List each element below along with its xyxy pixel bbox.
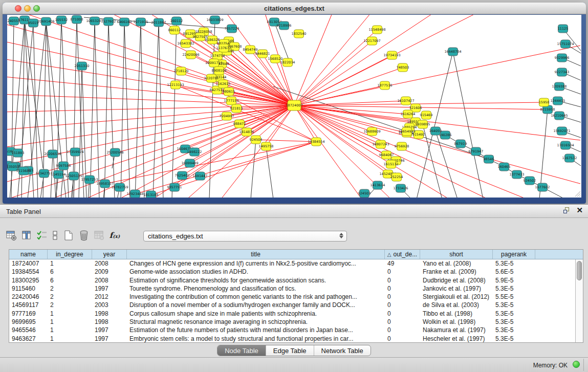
graph-node[interactable]: 105532 [55, 16, 68, 24]
graph-node[interactable]: 1495758 [259, 142, 274, 150]
float-panel-icon[interactable] [563, 207, 570, 214]
graph-node[interactable]: 16033809 [206, 16, 223, 24]
table-cell[interactable]: 1 [48, 326, 92, 334]
table-cell[interactable]: 5.9E-5 [493, 276, 535, 285]
table-row[interactable]: 1938455462009Genome-wide association stu… [9, 268, 575, 276]
graph-node[interactable]: 1413614 [371, 181, 385, 189]
table-cell[interactable]: 2003 [92, 301, 127, 309]
graph-node[interactable]: 9097588 [56, 162, 71, 170]
graph-node[interactable]: 17016504 [557, 141, 574, 149]
table-cell[interactable]: 9777169 [9, 310, 48, 318]
table-cell[interactable]: Wolkin et al. (1998) [420, 318, 493, 326]
table-cell[interactable]: Dudbridge et al. (2008) [420, 276, 493, 285]
table-cell[interactable]: 5.5E-5 [493, 293, 535, 301]
resize-grip-icon[interactable] [574, 190, 581, 197]
graph-node[interactable]: 164059 [429, 127, 442, 135]
table-row[interactable]: 911546021997Tourette syndrome. Phenomeno… [9, 285, 575, 293]
column-header-title[interactable]: title [127, 250, 385, 259]
table-cell[interactable]: 0 [385, 335, 420, 342]
table-row[interactable]: 1456911722003Disruption of a novel membe… [9, 301, 575, 309]
graph-node[interactable]: 1244415 [551, 97, 565, 105]
table-source-dropdown[interactable]: citations_edges.txt [143, 231, 347, 242]
table-cell[interactable]: Jankovic et al. (1997) [420, 285, 493, 293]
table-cell[interactable]: 5.3E-5 [493, 301, 535, 309]
table-cell[interactable]: Genome-wide association studies in ADHD. [127, 268, 385, 276]
table-cell[interactable]: 1 [48, 318, 92, 326]
table-cell[interactable]: 14569117 [9, 301, 48, 309]
table-cell[interactable]: 1997 [92, 285, 127, 293]
graph-node[interactable]: 16099489 [181, 159, 198, 167]
table-cell[interactable]: 0 [385, 285, 420, 293]
table-cell[interactable]: Stergiakouli et al. (2012) [420, 293, 493, 301]
table-cell[interactable]: 0 [385, 293, 420, 301]
graph-node[interactable]: 15692071 [553, 127, 570, 135]
memory-ok-indicator[interactable] [573, 361, 580, 368]
table-cell[interactable]: 1998 [92, 318, 127, 326]
table-cell[interactable]: 6 [48, 268, 92, 276]
table-row[interactable]: 1830029562008Estimation of significance … [9, 276, 575, 285]
graph-node[interactable]: 867919 [454, 140, 467, 148]
table-cell[interactable]: 18300295 [9, 276, 48, 285]
graph-node[interactable]: 7857224 [225, 25, 239, 33]
table-cell[interactable]: 22420046 [9, 293, 48, 301]
graph-node[interactable]: 980615 [223, 87, 235, 96]
graph-node[interactable]: 1733426 [394, 184, 408, 192]
column-header-name[interactable]: name [9, 250, 48, 259]
table-cell[interactable]: 0 [385, 276, 420, 285]
graph-node[interactable]: 9857791 [167, 183, 182, 191]
table-cell[interactable]: 6 [48, 276, 92, 285]
table-cell[interactable]: 2008 [92, 276, 127, 285]
delete-trash-icon[interactable] [78, 229, 90, 242]
graph-node[interactable]: 160465 [498, 163, 511, 171]
graph-node[interactable]: 15958 [539, 98, 550, 106]
graph-node[interactable]: 18724007 [286, 100, 302, 111]
column-header-year[interactable]: year [92, 250, 127, 259]
graph-node[interactable]: 2011867 [151, 18, 166, 27]
table-cell[interactable]: 5.3E-5 [493, 318, 535, 326]
table-cell[interactable]: 49 [385, 259, 420, 268]
table-cell[interactable]: Structural magnetic resonance image aver… [127, 318, 385, 326]
table-cell[interactable]: 1 [48, 259, 92, 268]
table-row[interactable]: 977716911998Corpus callosum shape and si… [9, 310, 575, 318]
row-height-icon[interactable] [51, 229, 59, 242]
graph-node[interactable]: 915469 [420, 111, 433, 119]
table-mode-icon[interactable] [5, 229, 17, 242]
graph-node[interactable]: 160112 [170, 17, 183, 25]
graph-node[interactable]: 12923448 [126, 190, 143, 198]
table-row[interactable]: 946362711997Embryonic stem cells: a mode… [9, 335, 575, 342]
table-row[interactable]: 1872400712008Changes of HCN gene express… [9, 259, 575, 268]
graph-node[interactable]: 1167532 [562, 154, 577, 162]
graph-node[interactable]: 9756928 [395, 142, 409, 150]
table-cell[interactable]: 9465546 [9, 326, 48, 334]
table-cell[interactable]: Franke et al. (2009) [420, 268, 493, 276]
table-cell[interactable]: 2009 [92, 268, 127, 276]
table-cell[interactable]: Nakamura et al. (1997) [420, 326, 493, 334]
table-cell[interactable]: 5.3E-5 [493, 259, 535, 268]
table-cell[interactable]: 5.3E-5 [493, 326, 535, 334]
table-cell[interactable]: 1 [48, 335, 92, 342]
graph-node[interactable]: 2051310 [75, 62, 90, 70]
graph-node[interactable]: 924503 [358, 189, 371, 198]
tab-node-table[interactable]: Node Table [217, 345, 266, 356]
table-cell[interactable]: 5.3E-5 [493, 310, 535, 318]
graph-node[interactable]: 12217097 [363, 37, 380, 45]
table-cell[interactable]: 9115460 [9, 285, 48, 293]
table-row[interactable]: 969969511998Structural magnetic resonanc… [9, 318, 575, 326]
table-cell[interactable]: 2 [48, 301, 92, 309]
vertical-scrollbar[interactable] [575, 259, 583, 342]
graph-node[interactable]: 15751074 [557, 40, 574, 48]
graph-node[interactable]: 16210645 [551, 112, 568, 120]
table-cell[interactable]: de Silva et al. (2003) [420, 301, 493, 309]
graph-node[interactable]: 988472 [233, 120, 246, 128]
table-cell[interactable]: 1997 [92, 335, 127, 342]
table-cell[interactable]: 1998 [92, 310, 127, 318]
table-cell[interactable]: 2 [48, 285, 92, 293]
table-cell[interactable]: Investigating the contribution of common… [127, 293, 385, 301]
graph-node[interactable]: 1832540 [292, 30, 307, 38]
graph-node[interactable]: 252254 [390, 173, 403, 181]
graph-node[interactable]: 9329966 [555, 54, 570, 62]
table-cell[interactable]: 0 [385, 326, 420, 334]
graph-node[interactable]: 20206536 [44, 150, 61, 158]
table-cell[interactable]: Disruption of a novel member of a sodium… [127, 301, 385, 309]
table-cell[interactable]: Changes of HCN gene expression and I(f) … [127, 259, 385, 268]
